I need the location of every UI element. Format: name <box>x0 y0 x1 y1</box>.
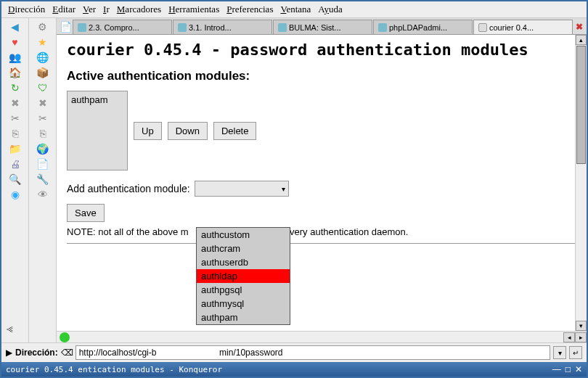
dropdown-option[interactable]: authuserdb <box>197 255 290 269</box>
scroll-right-icon[interactable]: ▸ <box>575 332 587 342</box>
address-arrow-icon[interactable]: ▶ <box>6 348 12 358</box>
tab-label: phpLDAPadmi... <box>389 23 447 32</box>
page-title: courier 0.45.4 - password authentication… <box>67 41 576 59</box>
tab-1[interactable]: 3.1. Introd... <box>173 20 272 34</box>
list-item[interactable]: authpam <box>70 94 125 106</box>
view-icon[interactable]: 👁 <box>36 187 50 202</box>
reload-icon[interactable]: ↻ <box>8 81 23 95</box>
menu-direccion[interactable]: Dirección <box>6 3 47 16</box>
star-icon[interactable]: ★ <box>36 35 50 49</box>
doc-icon[interactable]: 📄 <box>36 157 50 171</box>
tool-icon[interactable]: 🔧 <box>36 172 50 186</box>
taskbar: courier 0.45.4 entication modules - Konq… <box>1 362 587 377</box>
gear-icon[interactable]: ⚙ <box>36 20 50 34</box>
page-icon <box>278 23 287 32</box>
save-button[interactable]: Save <box>67 204 105 222</box>
tab-label: courier 0.4... <box>489 23 534 32</box>
dup-icon[interactable]: ⎘ <box>36 126 50 141</box>
url-input[interactable] <box>75 345 550 360</box>
close-icon[interactable]: ✕ <box>575 364 582 374</box>
cross-icon[interactable]: ✖ <box>36 96 50 110</box>
menu-herramientas[interactable]: Herramientas <box>166 3 221 16</box>
konq-icon[interactable]: ◉ <box>8 187 23 202</box>
menu-ayuda[interactable]: Ayuda <box>316 3 344 16</box>
menubar: Dirección Editar Ver Ir Marcadores Herra… <box>1 1 587 18</box>
add-module-combo[interactable] <box>195 181 289 197</box>
page-icon <box>78 23 86 32</box>
menu-ver[interactable]: Ver <box>81 3 98 16</box>
menu-ventana[interactable]: Ventana <box>278 3 313 16</box>
horizontal-scrollbar[interactable]: ◂ ▸ <box>57 331 587 342</box>
back-icon[interactable]: ◀ <box>8 20 23 34</box>
menu-ir[interactable]: Ir <box>101 3 112 16</box>
users-icon[interactable]: 👥 <box>8 50 23 65</box>
url-dropdown-icon[interactable]: ▾ <box>553 346 566 359</box>
maximize-icon[interactable]: □ <box>565 364 571 374</box>
tab-0[interactable]: 2.3. Compro... <box>73 20 172 34</box>
tab-3[interactable]: phpLDAPadmi... <box>373 20 473 34</box>
menu-marcadores[interactable]: Marcadores <box>115 3 163 16</box>
divider <box>67 243 576 244</box>
active-modules-listbox[interactable]: authpam <box>67 91 128 170</box>
dropdown-option[interactable]: authmysql <box>197 297 290 311</box>
module-dropdown[interactable]: authcustom authcram authuserdb authldap … <box>196 227 290 325</box>
folder-icon[interactable]: 📁 <box>8 141 23 156</box>
address-label: Dirección: <box>15 348 58 358</box>
menu-preferencias[interactable]: Preferencias <box>224 3 275 16</box>
left-toolbar-1: ◀ ♥ 👥 🏠 ↻ ✖ ✂ ⎘ 📁 🖨 🔍 ◉ <box>1 18 29 342</box>
tab-label: 2.3. Compro... <box>89 23 139 32</box>
left-toolbar-2: ⚙ ★ 🌐 📦 🛡 ✖ ✂ ⎘ 🌍 📄 🔧 👁 <box>29 18 57 342</box>
minimize-icon[interactable]: — <box>552 364 561 374</box>
go-button[interactable]: ↵ <box>569 346 582 359</box>
down-button[interactable]: Down <box>168 122 208 140</box>
tab-2[interactable]: BULMA: Sist... <box>273 20 372 34</box>
find-icon[interactable]: 🔍 <box>8 172 23 186</box>
scroll-up-icon[interactable]: ▴ <box>576 35 587 45</box>
address-bar: ▶ Dirección: ⌫ ▾ ↵ <box>1 342 587 362</box>
chevron-down-icon[interactable]: ⪡ <box>4 323 15 334</box>
status-dot-icon <box>60 332 70 342</box>
tab-label: 3.1. Introd... <box>189 23 232 32</box>
up-button[interactable]: Up <box>134 122 162 140</box>
scissors-icon[interactable]: ✂ <box>36 111 50 126</box>
dropdown-option[interactable]: authcram <box>197 242 290 255</box>
new-tab-icon[interactable]: 📄 <box>58 20 73 34</box>
vertical-scrollbar[interactable]: ▴ ▾ <box>575 35 587 331</box>
world-icon[interactable]: 🌐 <box>36 50 50 65</box>
dropdown-option[interactable]: authpgsql <box>197 283 290 297</box>
scroll-down-icon[interactable]: ▾ <box>576 321 587 331</box>
dropdown-option-highlighted[interactable]: authldap <box>197 269 290 283</box>
globe-icon[interactable]: 🌍 <box>36 141 50 156</box>
scroll-thumb[interactable] <box>576 46 586 164</box>
window-title: courier 0.45.4 entication modules - Konq… <box>6 365 222 374</box>
menu-editar[interactable]: Editar <box>50 3 78 16</box>
print-icon[interactable]: 🖨 <box>8 157 23 171</box>
scroll-left-icon[interactable]: ◂ <box>563 332 575 342</box>
heart-icon[interactable]: ♥ <box>8 35 23 49</box>
page-icon <box>478 23 487 32</box>
tab-4[interactable]: courier 0.4... <box>473 20 573 34</box>
page-icon <box>178 23 187 32</box>
dropdown-option[interactable]: authpam <box>197 311 290 324</box>
page-content: courier 0.45.4 - password authentication… <box>57 35 587 331</box>
delete-button[interactable]: Delete <box>213 122 257 140</box>
tab-label: BULMA: Sist... <box>289 23 341 32</box>
cut-icon[interactable]: ✂ <box>8 111 23 126</box>
dropdown-option[interactable]: authcustom <box>197 228 290 242</box>
copy-icon[interactable]: ⎘ <box>8 126 23 141</box>
close-tab-icon[interactable]: ✖ <box>573 20 585 34</box>
box-icon[interactable]: 📦 <box>36 65 50 80</box>
stop-icon[interactable]: ✖ <box>8 96 23 110</box>
clear-icon[interactable]: ⌫ <box>61 348 73 358</box>
tabbar: 📄 2.3. Compro... 3.1. Introd... BULMA: S… <box>57 18 587 35</box>
section-heading: Active authentication modules: <box>67 69 576 83</box>
note-text: NOTE: not all of the above mxxxxxxxxxxxx… <box>67 226 576 237</box>
home-icon[interactable]: 🏠 <box>8 65 23 80</box>
shield-icon[interactable]: 🛡 <box>36 81 50 95</box>
add-module-label: Add authentication module: <box>67 183 190 194</box>
page-icon <box>378 23 387 32</box>
